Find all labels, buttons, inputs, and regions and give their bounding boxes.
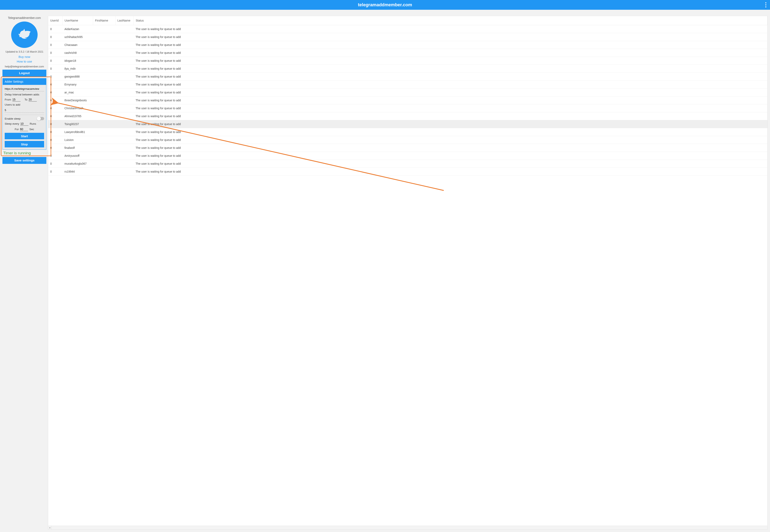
table-row[interactable]: 0finalwolfThe user is waiting for queue …: [48, 144, 767, 152]
cell-username: ChristianFrisch: [62, 104, 93, 112]
cell-firstname: [93, 81, 115, 89]
cell-status: The user is waiting for queue to add: [133, 89, 767, 96]
table-row[interactable]: 0ErnynanyThe user is waiting for queue t…: [48, 81, 767, 89]
cell-firstname: [93, 41, 115, 49]
cell-firstname: [93, 33, 115, 41]
delay-from-input[interactable]: [12, 98, 21, 102]
cell-status: The user is waiting for queue to add: [133, 41, 767, 49]
cell-username: Tsing00237: [62, 120, 93, 128]
sleep-for-input[interactable]: [20, 127, 28, 131]
col-header-firstname[interactable]: FirstName: [93, 16, 115, 25]
table-row[interactable]: 0Lawyerofdevil61The user is waiting for …: [48, 128, 767, 136]
cell-userid: 0: [48, 120, 62, 128]
cell-userid: 0: [48, 128, 62, 136]
cell-userid: 0: [48, 168, 62, 176]
table-row[interactable]: 0ilya_mdvThe user is waiting for queue t…: [48, 65, 767, 73]
cell-status: The user is waiting for queue to add: [133, 152, 767, 160]
main-content: Telegramaddmember.com Updated to 3.5.2 /…: [0, 10, 770, 532]
col-header-username[interactable]: UserName: [62, 16, 93, 25]
updated-text: Updated to 3.5.2 / 16 March 2021: [2, 50, 46, 54]
cell-firstname: [93, 57, 115, 65]
cell-userid: 0: [48, 96, 62, 104]
table-row[interactable]: 0threeDesignbootsThe user is waiting for…: [48, 96, 767, 104]
delay-to-input[interactable]: [29, 98, 37, 102]
cell-firstname: [93, 168, 115, 176]
cell-lastname: [115, 81, 133, 89]
scroll-left-icon[interactable]: ◂: [48, 526, 51, 529]
table-row[interactable]: 0AidarKazanThe user is waiting for queue…: [48, 25, 767, 33]
cell-userid: 0: [48, 136, 62, 144]
support-email: help@telegramaddmember.com: [2, 64, 46, 70]
cell-lastname: [115, 136, 133, 144]
cell-status: The user is waiting for queue to add: [133, 49, 767, 57]
cell-firstname: [93, 25, 115, 33]
table-row[interactable]: 0uchihaitachi95The user is waiting for q…: [48, 33, 767, 41]
col-header-userid[interactable]: UserId: [48, 16, 62, 25]
start-button[interactable]: Start: [5, 133, 44, 139]
table-row[interactable]: 0cashrich8The user is waiting for queue …: [48, 49, 767, 57]
col-header-lastname[interactable]: LastName: [115, 16, 133, 25]
stop-button[interactable]: Stop: [5, 141, 44, 147]
cell-status: The user is waiting for queue to add: [133, 81, 767, 89]
table-row[interactable]: 0ChacaaanThe user is waiting for queue t…: [48, 41, 767, 49]
cell-firstname: [93, 49, 115, 57]
cell-username: Ernynany: [62, 81, 93, 89]
table-row[interactable]: 0Tsing00237The user is waiting for queue…: [48, 120, 767, 128]
cell-userid: 0: [48, 144, 62, 152]
cell-firstname: [93, 144, 115, 152]
table-row[interactable]: 0ChristianFrischThe user is waiting for …: [48, 104, 767, 112]
cell-lastname: [115, 49, 133, 57]
logo-wrap: [2, 20, 46, 50]
adder-settings-title: Adder Settings: [3, 78, 46, 85]
cell-username: gwogwo888: [62, 73, 93, 81]
cell-userid: 0: [48, 73, 62, 81]
cell-userid: 0: [48, 89, 62, 96]
how-to-use-link[interactable]: How to use: [2, 59, 46, 64]
cell-lastname: [115, 41, 133, 49]
logout-button[interactable]: Logout: [2, 70, 46, 77]
users-table-container: UserId UserName FirstName LastName Statu…: [48, 16, 768, 530]
table-row[interactable]: 0LuisIonThe user is waiting for queue to…: [48, 136, 767, 144]
table-row[interactable]: 0muratturkoglu067The user is waiting for…: [48, 160, 767, 168]
target-url-input[interactable]: [5, 87, 44, 91]
for-label: For: [15, 128, 19, 131]
cell-username: ilya_mdv: [62, 65, 93, 73]
save-settings-button[interactable]: Save settings: [2, 157, 46, 164]
col-header-status[interactable]: Status: [133, 16, 767, 25]
users-to-add-input[interactable]: [5, 108, 44, 113]
cell-userid: 0: [48, 25, 62, 33]
cell-username: ar_mac: [62, 89, 93, 96]
cell-firstname: [93, 112, 115, 120]
users-table: UserId UserName FirstName LastName Statu…: [48, 16, 767, 176]
sleep-every-input[interactable]: [20, 122, 28, 126]
buy-now-link[interactable]: Buy now: [2, 54, 46, 59]
users-grid[interactable]: UserId UserName FirstName LastName Statu…: [48, 16, 767, 526]
cell-status: The user is waiting for queue to add: [133, 65, 767, 73]
logo-icon: [11, 22, 38, 48]
cell-status: The user is waiting for queue to add: [133, 168, 767, 176]
brand-text: Telegramaddmember.com: [2, 16, 46, 20]
cell-firstname: [93, 136, 115, 144]
cell-lastname: [115, 168, 133, 176]
cell-status: The user is waiting for queue to add: [133, 144, 767, 152]
table-row[interactable]: 0Ahmed19765The user is waiting for queue…: [48, 112, 767, 120]
cell-lastname: [115, 25, 133, 33]
table-row[interactable]: 0AmiryusooffThe user is waiting for queu…: [48, 152, 767, 160]
horizontal-scrollbar[interactable]: ◂: [48, 526, 767, 529]
table-row[interactable]: 0rs19944The user is waiting for queue to…: [48, 168, 767, 176]
cell-userid: 0: [48, 65, 62, 73]
cell-lastname: [115, 57, 133, 65]
cell-status: The user is waiting for queue to add: [133, 73, 767, 81]
cell-status: The user is waiting for queue to add: [133, 120, 767, 128]
menu-kebab-icon[interactable]: [765, 2, 766, 8]
cell-firstname: [93, 96, 115, 104]
cell-lastname: [115, 96, 133, 104]
cell-username: AidarKazan: [62, 25, 93, 33]
cell-firstname: [93, 73, 115, 81]
cell-userid: 0: [48, 33, 62, 41]
table-row[interactable]: 0gwogwo888The user is waiting for queue …: [48, 73, 767, 81]
table-row[interactable]: 0ar_macThe user is waiting for queue to …: [48, 89, 767, 96]
runs-label: Runs: [30, 122, 36, 125]
table-row[interactable]: 0idogan18The user is waiting for queue t…: [48, 57, 767, 65]
enable-sleep-toggle[interactable]: [37, 117, 44, 120]
